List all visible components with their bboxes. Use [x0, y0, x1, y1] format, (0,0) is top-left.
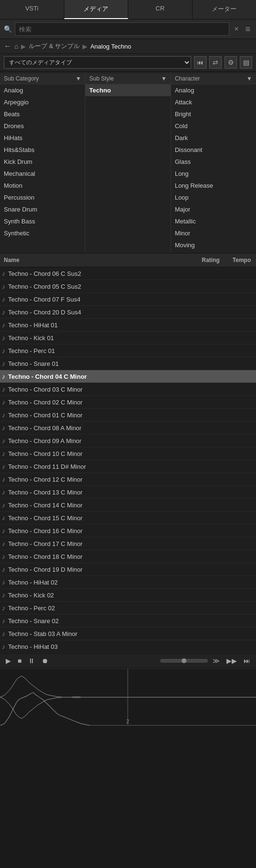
char-loop[interactable]: Loop: [171, 192, 256, 203]
result-item-name: Techno - Chord 12 C Minor: [8, 476, 254, 483]
char-major[interactable]: Major: [171, 203, 256, 215]
char-dissonant[interactable]: Dissonant: [171, 144, 256, 156]
result-row[interactable]: ♪Techno - Chord 05 C Sus2: [0, 280, 256, 293]
progress-bar[interactable]: [160, 659, 208, 663]
transport-play-button[interactable]: ▶: [4, 656, 13, 666]
cat-beats[interactable]: Beats: [0, 108, 85, 120]
result-row[interactable]: ♪Techno - HiHat 03: [0, 640, 256, 653]
result-row[interactable]: ♪Techno - Chord 18 C Minor: [0, 550, 256, 563]
search-clear-button[interactable]: ×: [232, 25, 240, 33]
result-row[interactable]: ♪Techno - Kick 02: [0, 589, 256, 602]
view-button[interactable]: ▤: [240, 56, 252, 69]
cat-drones[interactable]: Drones: [0, 120, 85, 132]
transport-right2-button[interactable]: ▶▶: [225, 656, 239, 666]
sub-style-column: Sub Style ▼ Techno: [85, 71, 171, 253]
search-menu-button[interactable]: ≡: [243, 24, 252, 34]
result-row[interactable]: ♪Techno - Chord 12 C Minor: [0, 473, 256, 486]
result-row[interactable]: ♪Techno - Perc 02: [0, 602, 256, 615]
tab-meter[interactable]: メーター: [193, 0, 256, 19]
char-metallic[interactable]: Metallic: [171, 215, 256, 227]
progress-dot: [182, 658, 186, 663]
media-type-select[interactable]: すべてのメディアタイプ: [4, 56, 191, 69]
cat-synthetic[interactable]: Synthetic: [0, 227, 85, 239]
result-row[interactable]: ♪Techno - Chord 16 C Minor: [0, 525, 256, 537]
result-row[interactable]: ♪Techno - Chord 19 D Minor: [0, 563, 256, 576]
cat-arpeggio[interactable]: Arpeggio: [0, 96, 85, 108]
result-item-name: Techno - Kick 02: [8, 592, 254, 599]
char-analog[interactable]: Analog: [171, 84, 256, 96]
char-long[interactable]: Long: [171, 168, 256, 180]
char-minor[interactable]: Minor: [171, 227, 256, 239]
result-row[interactable]: ♪Techno - Chord 01 C Minor: [0, 409, 256, 422]
result-row[interactable]: ♪Techno - HiHat 02: [0, 576, 256, 589]
result-row[interactable]: ♪Techno - Chord 11 D# Minor: [0, 460, 256, 473]
char-long-release[interactable]: Long Release: [171, 180, 256, 192]
result-item-name: Techno - HiHat 03: [8, 643, 254, 650]
result-row[interactable]: ♪Techno - HiHat 01: [0, 319, 256, 332]
char-attack[interactable]: Attack: [171, 96, 256, 108]
breadcrumb-loop-samples[interactable]: ループ & サンプル: [29, 42, 80, 50]
waveform-file-icon: ♪: [2, 437, 5, 444]
result-row[interactable]: ♪Techno - Stab 03 A Minor: [0, 627, 256, 640]
cat-hits-stabs[interactable]: Hits&Stabs: [0, 144, 85, 156]
result-item-name: Techno - HiHat 01: [8, 322, 254, 329]
result-item-name: Techno - Chord 02 C Minor: [8, 399, 254, 406]
cat-kick-drum[interactable]: Kick Drum: [0, 156, 85, 168]
result-row[interactable]: ♪Techno - Chord 13 C Minor: [0, 486, 256, 499]
result-row[interactable]: ♪Techno - Chord 06 C Sus2: [0, 267, 256, 280]
result-row[interactable]: ♪Techno - Chord 20 D Sus4: [0, 306, 256, 319]
tab-vsti[interactable]: VSTi: [0, 0, 64, 19]
cat-analog[interactable]: Analog: [0, 84, 85, 96]
char-glass[interactable]: Glass: [171, 156, 256, 168]
result-row[interactable]: ♪Techno - Chord 07 F Sus4: [0, 293, 256, 306]
shuffle-button[interactable]: ⇄: [209, 56, 222, 69]
cat-hihats[interactable]: HiHats: [0, 132, 85, 144]
tab-cr[interactable]: CR: [128, 0, 193, 19]
result-row[interactable]: ♪Techno - Chord 14 C Minor: [0, 499, 256, 512]
sub-category-header[interactable]: Sub Category ▼: [0, 73, 85, 84]
search-input[interactable]: [15, 22, 229, 36]
style-techno[interactable]: Techno: [85, 84, 170, 96]
result-row[interactable]: ♪Techno - Chord 03 C Minor: [0, 383, 256, 396]
result-row[interactable]: ♪Techno - Chord 17 C Minor: [0, 537, 256, 550]
result-row[interactable]: ♪Techno - Kick 01: [0, 332, 256, 344]
result-item-name: Techno - HiHat 02: [8, 579, 254, 586]
char-dark[interactable]: Dark: [171, 132, 256, 144]
result-item-name: Techno - Chord 09 A Minor: [8, 437, 254, 444]
result-item-name: Techno - Chord 11 D# Minor: [8, 463, 254, 470]
breadcrumb-home-button[interactable]: ⌂: [14, 42, 18, 50]
result-row[interactable]: ♪Techno - Chord 08 A Minor: [0, 422, 256, 434]
breadcrumb-back-button[interactable]: ←: [4, 42, 11, 50]
rewind-button[interactable]: ⏮: [194, 56, 206, 69]
result-row[interactable]: ♪Techno - Chord 09 A Minor: [0, 434, 256, 447]
result-row[interactable]: ♪Techno - Perc 01: [0, 344, 256, 357]
char-bright[interactable]: Bright: [171, 108, 256, 120]
result-item-name: Techno - Chord 19 D Minor: [8, 566, 254, 573]
sub-style-header[interactable]: Sub Style ▼: [85, 73, 170, 84]
tab-media[interactable]: メディア: [64, 0, 129, 19]
cat-synth-bass[interactable]: Synth Bass: [0, 215, 85, 227]
result-row[interactable]: ♪Techno - Snare 02: [0, 615, 256, 627]
result-row[interactable]: ♪Techno - Chord 15 C Minor: [0, 512, 256, 525]
character-header[interactable]: Character ▼: [171, 73, 256, 84]
result-row[interactable]: ♪Techno - Snare 01: [0, 357, 256, 370]
transport-skip-button[interactable]: ⏭: [242, 656, 252, 666]
result-row[interactable]: ♪Techno - Chord 02 C Minor: [0, 396, 256, 409]
breadcrumb-analog-techno[interactable]: Analog Techno: [90, 43, 131, 50]
char-moving[interactable]: Moving: [171, 239, 256, 251]
result-item-name: Techno - Chord 10 C Minor: [8, 450, 254, 457]
waveform-file-icon: ♪: [2, 270, 5, 277]
transport-right1-button[interactable]: ≫: [211, 656, 222, 666]
transport-record-button[interactable]: ⏺: [40, 656, 50, 666]
result-row[interactable]: ♪Techno - Chord 10 C Minor: [0, 447, 256, 460]
cat-percussion[interactable]: Percussion: [0, 192, 85, 203]
cat-motion[interactable]: Motion: [0, 180, 85, 192]
char-cold[interactable]: Cold: [171, 120, 256, 132]
cat-snare-drum[interactable]: Snare Drum: [0, 203, 85, 215]
settings-button[interactable]: ⚙: [225, 56, 237, 69]
transport-pause-button[interactable]: ⏸: [26, 656, 37, 666]
cat-mechanical[interactable]: Mechanical: [0, 168, 85, 180]
transport-stop-button[interactable]: ■: [16, 656, 23, 666]
result-row[interactable]: ♪Techno - Chord 04 C Minor: [0, 370, 256, 383]
waveform-file-icon: ♪: [2, 360, 5, 367]
